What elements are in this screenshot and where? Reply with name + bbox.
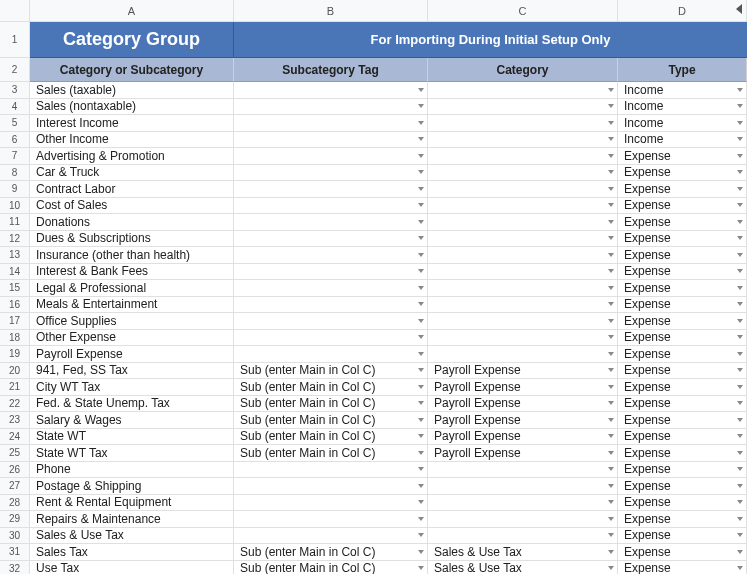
dropdown-icon[interactable]	[418, 385, 424, 389]
dropdown-icon[interactable]	[608, 121, 614, 125]
dropdown-icon[interactable]	[608, 352, 614, 356]
scroll-left-icon[interactable]	[736, 4, 742, 14]
row-header-18[interactable]: 18	[0, 330, 30, 347]
cell-a-10[interactable]: Cost of Sales	[30, 198, 234, 215]
cell-d-29[interactable]: Expense	[618, 511, 747, 528]
cell-d-7[interactable]: Expense	[618, 148, 747, 165]
dropdown-icon[interactable]	[418, 154, 424, 158]
dropdown-icon[interactable]	[737, 137, 743, 141]
cell-a-19[interactable]: Payroll Expense	[30, 346, 234, 363]
row-header-23[interactable]: 23	[0, 412, 30, 429]
row-header-21[interactable]: 21	[0, 379, 30, 396]
cell-c-32[interactable]: Sales & Use Tax	[428, 561, 618, 575]
dropdown-icon[interactable]	[608, 253, 614, 257]
cell-b-27[interactable]	[234, 478, 428, 495]
cell-d-25[interactable]: Expense	[618, 445, 747, 462]
cell-d-20[interactable]: Expense	[618, 363, 747, 380]
cell-a-32[interactable]: Use Tax	[30, 561, 234, 575]
dropdown-icon[interactable]	[737, 467, 743, 471]
dropdown-icon[interactable]	[737, 434, 743, 438]
dropdown-icon[interactable]	[737, 319, 743, 323]
cell-b-17[interactable]	[234, 313, 428, 330]
dropdown-icon[interactable]	[737, 253, 743, 257]
cell-b-20[interactable]: Sub (enter Main in Col C)	[234, 363, 428, 380]
dropdown-icon[interactable]	[608, 236, 614, 240]
cell-d-19[interactable]: Expense	[618, 346, 747, 363]
cell-c-23[interactable]: Payroll Expense	[428, 412, 618, 429]
dropdown-icon[interactable]	[608, 418, 614, 422]
cell-d-16[interactable]: Expense	[618, 297, 747, 314]
dropdown-icon[interactable]	[608, 550, 614, 554]
dropdown-icon[interactable]	[608, 517, 614, 521]
cell-c-26[interactable]	[428, 462, 618, 479]
dropdown-icon[interactable]	[418, 286, 424, 290]
cell-d-12[interactable]: Expense	[618, 231, 747, 248]
cell-c-29[interactable]	[428, 511, 618, 528]
dropdown-icon[interactable]	[737, 401, 743, 405]
row-header-30[interactable]: 30	[0, 528, 30, 545]
dropdown-icon[interactable]	[737, 418, 743, 422]
dropdown-icon[interactable]	[418, 368, 424, 372]
dropdown-icon[interactable]	[737, 286, 743, 290]
cell-c-16[interactable]	[428, 297, 618, 314]
cell-a-16[interactable]: Meals & Entertainment	[30, 297, 234, 314]
cell-a-17[interactable]: Office Supplies	[30, 313, 234, 330]
row-header-32[interactable]: 32	[0, 561, 30, 575]
row-header-7[interactable]: 7	[0, 148, 30, 165]
row-header-5[interactable]: 5	[0, 115, 30, 132]
dropdown-icon[interactable]	[737, 533, 743, 537]
dropdown-icon[interactable]	[418, 335, 424, 339]
cell-d-18[interactable]: Expense	[618, 330, 747, 347]
dropdown-icon[interactable]	[608, 286, 614, 290]
spreadsheet-grid[interactable]: A B C D 1 Category Group For Importing D…	[0, 0, 747, 574]
cell-d-24[interactable]: Expense	[618, 429, 747, 446]
dropdown-icon[interactable]	[418, 500, 424, 504]
cell-d-6[interactable]: Income	[618, 132, 747, 149]
dropdown-icon[interactable]	[418, 269, 424, 273]
header-category[interactable]: Category	[428, 58, 618, 82]
cell-a-5[interactable]: Interest Income	[30, 115, 234, 132]
dropdown-icon[interactable]	[608, 385, 614, 389]
row-header-26[interactable]: 26	[0, 462, 30, 479]
dropdown-icon[interactable]	[608, 368, 614, 372]
cell-a-30[interactable]: Sales & Use Tax	[30, 528, 234, 545]
row-header-13[interactable]: 13	[0, 247, 30, 264]
cell-c-30[interactable]	[428, 528, 618, 545]
cell-c-20[interactable]: Payroll Expense	[428, 363, 618, 380]
cell-a-12[interactable]: Dues & Subscriptions	[30, 231, 234, 248]
dropdown-icon[interactable]	[608, 335, 614, 339]
cell-b-30[interactable]	[234, 528, 428, 545]
cell-b-12[interactable]	[234, 231, 428, 248]
cell-c-13[interactable]	[428, 247, 618, 264]
cell-d-3[interactable]: Income	[618, 82, 747, 99]
cell-a-25[interactable]: State WT Tax	[30, 445, 234, 462]
dropdown-icon[interactable]	[608, 170, 614, 174]
row-header-20[interactable]: 20	[0, 363, 30, 380]
dropdown-icon[interactable]	[608, 104, 614, 108]
dropdown-icon[interactable]	[608, 269, 614, 273]
dropdown-icon[interactable]	[418, 137, 424, 141]
cell-b-3[interactable]	[234, 82, 428, 99]
dropdown-icon[interactable]	[418, 401, 424, 405]
dropdown-icon[interactable]	[737, 385, 743, 389]
dropdown-icon[interactable]	[737, 550, 743, 554]
cell-d-23[interactable]: Expense	[618, 412, 747, 429]
banner-import-note[interactable]: For Importing During Initial Setup Only	[234, 22, 747, 58]
cell-a-24[interactable]: State WT	[30, 429, 234, 446]
row-header-31[interactable]: 31	[0, 544, 30, 561]
cell-d-4[interactable]: Income	[618, 99, 747, 116]
cell-b-8[interactable]	[234, 165, 428, 182]
cell-c-19[interactable]	[428, 346, 618, 363]
dropdown-icon[interactable]	[737, 335, 743, 339]
cell-a-22[interactable]: Fed. & State Unemp. Tax	[30, 396, 234, 413]
cell-c-11[interactable]	[428, 214, 618, 231]
cell-b-18[interactable]	[234, 330, 428, 347]
dropdown-icon[interactable]	[608, 467, 614, 471]
dropdown-icon[interactable]	[418, 170, 424, 174]
cell-a-13[interactable]: Insurance (other than health)	[30, 247, 234, 264]
dropdown-icon[interactable]	[608, 451, 614, 455]
row-header-15[interactable]: 15	[0, 280, 30, 297]
dropdown-icon[interactable]	[608, 401, 614, 405]
row-header-2[interactable]: 2	[0, 58, 30, 82]
dropdown-icon[interactable]	[737, 187, 743, 191]
